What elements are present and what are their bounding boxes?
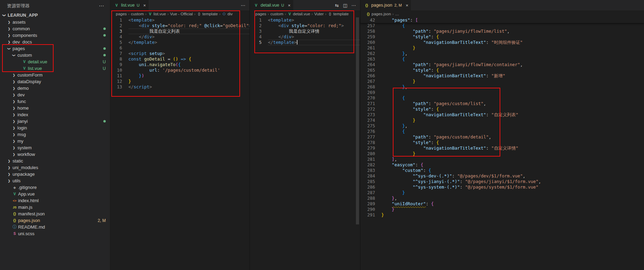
- code-line-266[interactable]: 266 "navigationBarTitleText": "新增": [360, 73, 644, 79]
- code-line-274[interactable]: 274 }: [360, 118, 644, 123]
- tree-item-dev[interactable]: ❯dev: [0, 92, 110, 98]
- breadcrumb-item-pages[interactable]: pages: [116, 12, 127, 16]
- code-area-pages-json[interactable]: 257 {258 "path": "pages/jianyi/flowTime/…: [360, 23, 644, 270]
- tree-item-msg[interactable]: ❯msg: [0, 131, 110, 138]
- code-line-3[interactable]: 3 我是自定义详情: [250, 29, 360, 34]
- breadcrumb-item-detail.vue[interactable]: Vdetail.vue: [287, 12, 310, 16]
- close-icon[interactable]: ×: [143, 3, 146, 8]
- tree-item-login[interactable]: ❯login: [0, 125, 110, 131]
- tree-item-unpackage[interactable]: ❯unpackage: [0, 171, 110, 177]
- code-line-8[interactable]: 8const goDetail = () => {: [110, 56, 249, 62]
- tree-item-dev_docs[interactable]: ❯dev_docs: [0, 39, 110, 45]
- code-line-4[interactable]: 4 </div>: [110, 34, 249, 40]
- code-line-7[interactable]: 7<script setup>: [110, 51, 249, 56]
- code-line-270[interactable]: 270 {: [360, 95, 644, 101]
- code-line-271[interactable]: 271 "path": "pages/custom/list",: [360, 101, 644, 106]
- code-line-260[interactable]: 260 "navigationBarTitleText": "时间组件验证": [360, 40, 644, 45]
- breadcrumb-item-template[interactable]: {}template: [197, 12, 218, 16]
- code-line-4[interactable]: 4 </div>: [250, 34, 360, 40]
- code-line-276[interactable]: 276 {: [360, 129, 644, 134]
- breadcrumb-item-pages[interactable]: pages: [255, 12, 266, 16]
- tab-pages-json[interactable]: {}pages.json2, M×: [360, 0, 411, 10]
- code-line-5[interactable]: 5</template>: [110, 40, 249, 45]
- tree-item-my[interactable]: ❯my: [0, 138, 110, 144]
- code-line-258[interactable]: 258 "path": "pages/jianyi/flowTime/list"…: [360, 29, 644, 34]
- code-line-288[interactable]: 288 },: [360, 196, 644, 201]
- tree-item-README.md[interactable]: ⓘREADME.md: [0, 224, 110, 230]
- breadcrumb-item-list.vue[interactable]: Vlist.vue: [148, 12, 166, 16]
- breadcrumb[interactable]: pages›custom›Vlist.vue›Vue - Official›{}…: [110, 10, 249, 17]
- breadcrumb-item-div[interactable]: ⬡div: [222, 12, 233, 16]
- code-line-269[interactable]: 269: [360, 90, 644, 95]
- tab-list-vue[interactable]: Vlist.vueU×: [110, 0, 149, 10]
- code-line-281[interactable]: 281 ],: [360, 157, 644, 162]
- code-line-289[interactable]: 289 "uniIdRouter": {: [360, 201, 644, 207]
- code-line-285[interactable]: 285 "^sys-jianyi-(.*)": "@/pages/jianyi/…: [360, 179, 644, 184]
- breadcrumb-item-pages.json[interactable]: {}pages.json: [366, 12, 391, 16]
- tree-item-func[interactable]: ❯func: [0, 98, 110, 105]
- tree-item-demo[interactable]: ❯demo: [0, 85, 110, 92]
- code-line-273[interactable]: 273 "navigationBarTitleText": "自定义列表": [360, 112, 644, 118]
- code-line-272[interactable]: 272 "style": {: [360, 106, 644, 112]
- code-line-10[interactable]: 10 url: '/pages/custom/detail': [110, 68, 249, 73]
- breadcrumb-item-Vuter[interactable]: Vuter: [314, 12, 324, 16]
- tree-item-index[interactable]: ❯index: [0, 111, 110, 118]
- breadcrumb-item-…[interactable]: …: [395, 12, 399, 16]
- code-line-264[interactable]: 264 "path": "pages/jianyi/flowTime/conta…: [360, 62, 644, 68]
- tree-item-home[interactable]: ❯home: [0, 105, 110, 111]
- tree-item-components[interactable]: ❯components: [0, 32, 110, 39]
- code-line-284[interactable]: 284 "^sys-dev-(.*)": "@/pages/dev/$1/for…: [360, 173, 644, 179]
- more-icon[interactable]: ⋯: [241, 3, 245, 8]
- code-line-42[interactable]: 42 "pages": [: [360, 17, 644, 23]
- code-line-290[interactable]: 290 }: [360, 207, 644, 212]
- code-line-2[interactable]: 2 <div style="color: red;" @click="goDet…: [110, 23, 249, 29]
- tree-item-jianyi[interactable]: ❯jianyi: [0, 118, 110, 125]
- code-line-261[interactable]: 261 }: [360, 45, 644, 51]
- tree-item-uni.scss[interactable]: Suni.scss: [0, 230, 110, 237]
- code-line-283[interactable]: 283 "custom": {: [360, 168, 644, 173]
- explorer-more-actions-icon[interactable]: ⋯: [99, 3, 104, 9]
- code-line-1[interactable]: 1<template>: [110, 17, 249, 23]
- tree-item-list.vue[interactable]: Vlist.vueU: [0, 65, 110, 72]
- code-line-278[interactable]: 278 "style": {: [360, 140, 644, 145]
- code-line-12[interactable]: 12}: [110, 79, 249, 84]
- code-line-5[interactable]: 5</template>: [250, 40, 360, 45]
- tree-item-uni_modules[interactable]: ❯uni_modules: [0, 164, 110, 171]
- breadcrumb-item-template[interactable]: {}template: [328, 12, 349, 16]
- tree-item-detail.vue[interactable]: Vdetail.vueU: [0, 58, 110, 65]
- tree-item-pages.json[interactable]: {}pages.json2, M: [0, 217, 110, 224]
- breadcrumb-item-custom[interactable]: custom: [270, 12, 283, 16]
- code-line-6[interactable]: 6: [110, 45, 249, 51]
- code-line-287[interactable]: 287 }: [360, 190, 644, 196]
- breadcrumb-item-custom[interactable]: custom: [131, 12, 144, 16]
- code-line-257[interactable]: 257 {: [360, 23, 644, 29]
- code-line-262[interactable]: 262 },: [360, 51, 644, 56]
- open-changes-icon[interactable]: ⇆: [335, 3, 339, 8]
- tree-item-static[interactable]: ❯static: [0, 158, 110, 164]
- code-line-291[interactable]: 291}: [360, 212, 644, 218]
- code-line-259[interactable]: 259 "style": {: [360, 34, 644, 40]
- tree-item-assets[interactable]: ❯assets: [0, 19, 110, 25]
- code-line-1[interactable]: 1<template>: [250, 17, 360, 23]
- tree-item-custom[interactable]: ❯custom: [0, 52, 110, 58]
- breadcrumb[interactable]: pages›custom›Vdetail.vue›Vuter›{}templat…: [250, 10, 360, 17]
- code-line-11[interactable]: 11 }): [110, 73, 249, 79]
- code-line-282[interactable]: 282 "easycom": {: [360, 162, 644, 168]
- vertical-scrollbar[interactable]: [356, 17, 359, 224]
- tree-item-system[interactable]: ❯system: [0, 144, 110, 151]
- code-line-268[interactable]: 268 },: [360, 84, 644, 90]
- code-line-2[interactable]: 2 <div style="color: red;">: [250, 23, 360, 29]
- code-area-detail-vue[interactable]: 1<template>2 <div style="color: red;">3 …: [250, 17, 360, 270]
- code-line-265[interactable]: 265 "style": {: [360, 68, 644, 73]
- code-line-280[interactable]: 280 }: [360, 151, 644, 157]
- tree-item-index.html[interactable]: <>index.html: [0, 197, 110, 204]
- split-editor-icon[interactable]: ◫: [343, 3, 347, 8]
- code-line-263[interactable]: 263 {: [360, 56, 644, 62]
- code-line-13[interactable]: 13</script>: [110, 84, 249, 90]
- code-line-267[interactable]: 267 }: [360, 79, 644, 84]
- code-line-275[interactable]: 275 },: [360, 123, 644, 129]
- sticky-scroll-line[interactable]: 42 "pages": [: [360, 17, 644, 23]
- close-icon[interactable]: ×: [406, 3, 408, 8]
- code-area-list-vue[interactable]: 1<template>2 <div style="color: red;" @c…: [110, 17, 249, 270]
- code-line-286[interactable]: 286 "^sys-system-(.*)": "@/pages/system/…: [360, 184, 644, 190]
